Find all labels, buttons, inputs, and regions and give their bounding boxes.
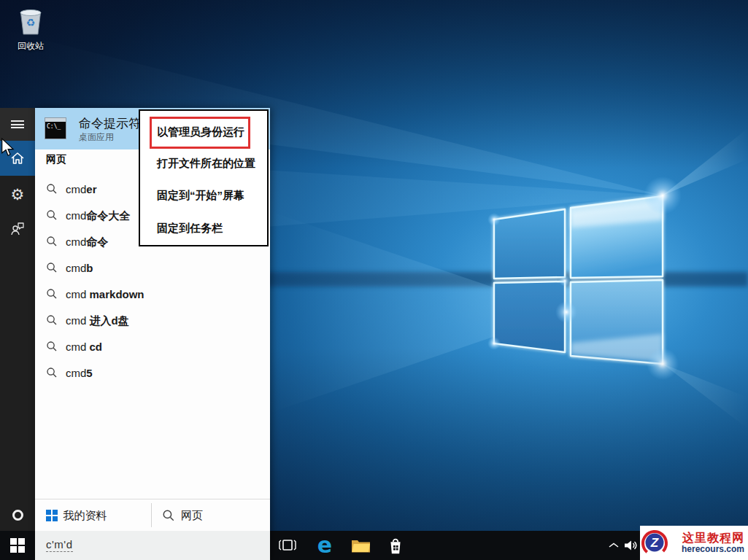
recycle-bin-label: 回收站 — [9, 40, 53, 52]
search-query-text: c'm'd — [46, 538, 73, 552]
task-view-button[interactable] — [276, 531, 299, 560]
hamburger-icon — [11, 119, 24, 131]
feedback-person-icon — [9, 221, 26, 237]
search-icon — [162, 509, 175, 522]
search-icon — [46, 183, 58, 195]
windows-desktop: ♻ 回收站 ⚙ — [0, 0, 748, 560]
volume-button[interactable] — [622, 531, 641, 560]
cortana-ring-icon — [12, 510, 23, 521]
recycle-bin-icon: ♻ — [14, 4, 47, 36]
start-rail: ⚙ — [0, 108, 35, 531]
start-button[interactable] — [0, 531, 35, 560]
home-icon — [9, 149, 26, 167]
cortana-button[interactable] — [0, 506, 35, 524]
search-icon — [46, 209, 58, 221]
feedback-button[interactable] — [0, 214, 35, 244]
watermark-site-name: 这里教程网 — [671, 532, 744, 545]
search-suggestion[interactable]: cmd5 — [35, 363, 270, 385]
task-view-icon — [277, 538, 298, 553]
chevron-up-icon — [608, 542, 620, 549]
windows-flag-icon — [46, 510, 58, 521]
speaker-icon — [623, 539, 639, 552]
command-prompt-icon: C:\_ — [45, 117, 66, 139]
menu-item-pin-to-taskbar[interactable]: 固定到任务栏 — [157, 222, 223, 235]
menu-item-pin-to-start[interactable]: 固定到“开始”屏幕 — [157, 189, 244, 202]
windows-logo-icon — [10, 538, 25, 553]
home-button[interactable] — [0, 141, 35, 176]
my-stuff-button[interactable]: 我的资料 — [46, 499, 107, 532]
menu-item-run-as-admin[interactable]: 以管理员身份运行 — [157, 125, 244, 139]
store-icon — [385, 534, 406, 556]
gear-icon: ⚙ — [11, 187, 25, 202]
edge-browser-button[interactable]: e — [312, 531, 337, 560]
watermark-site-url: herecours.com — [671, 545, 744, 554]
search-suggestion[interactable]: cmd markdown — [35, 284, 270, 306]
context-menu: 以管理员身份运行 打开文件所在的位置 固定到“开始”屏幕 固定到任务栏 — [139, 109, 269, 246]
menu-item-open-file-location[interactable]: 打开文件所在的位置 — [157, 157, 255, 170]
footer-divider — [151, 503, 152, 527]
search-icon — [46, 367, 58, 378]
recycle-symbol-icon: ♻ — [26, 17, 36, 28]
search-icon — [46, 314, 58, 326]
search-suggestion[interactable]: cmdb — [35, 258, 270, 280]
file-explorer-button[interactable] — [348, 531, 373, 560]
watermark: Z 这里教程网 herecours.com — [640, 526, 748, 560]
recycle-bin-desktop-icon[interactable]: ♻ 回收站 — [9, 4, 53, 52]
web-button[interactable]: 网页 — [162, 499, 203, 532]
search-suggestion[interactable]: cmd cd — [35, 337, 270, 359]
watermark-logo-letter: Z — [650, 536, 659, 550]
menu-button[interactable] — [0, 108, 35, 141]
settings-button[interactable]: ⚙ — [0, 179, 35, 209]
search-results-panel: C:\_ 命令提示符 桌面应用 网页 cmder cmd命令大全 cmd命令 c… — [35, 108, 270, 560]
file-explorer-icon — [351, 538, 371, 553]
tray-expand-button[interactable] — [604, 531, 623, 560]
top-result-subtitle: 桌面应用 — [79, 131, 114, 144]
top-result-title: 命令提示符 — [79, 115, 141, 132]
web-section-header: 网页 — [46, 153, 66, 166]
search-footer: 我的资料 网页 — [35, 499, 270, 531]
search-icon — [46, 341, 58, 352]
taskbar-search-box[interactable]: c'm'd — [35, 531, 270, 560]
search-suggestion[interactable]: cmd 进入d盘 — [35, 311, 270, 332]
search-icon — [46, 262, 58, 273]
search-icon — [46, 236, 58, 247]
watermark-logo-icon: Z — [640, 528, 671, 559]
edge-icon: e — [317, 532, 332, 559]
store-button[interactable] — [384, 531, 407, 560]
search-icon — [46, 288, 58, 300]
